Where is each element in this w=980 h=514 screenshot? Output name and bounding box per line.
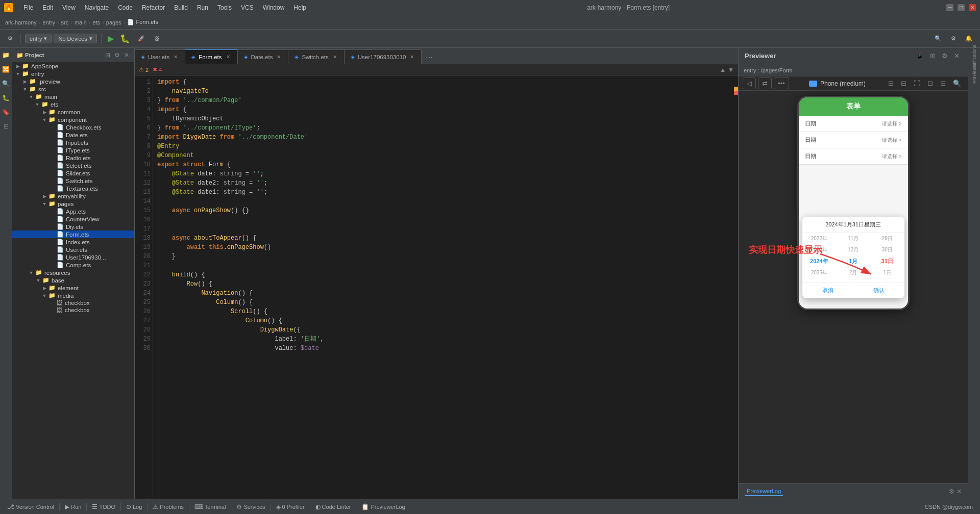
status-previewerlog[interactable]: 📋 PreviewerLog [358,502,408,511]
tree-checkbox2[interactable]: 🖼 checkbox [12,306,134,314]
tree-input-ets[interactable]: 📄 Input.ets [12,139,134,146]
menu-refactor[interactable]: Refactor [138,3,169,12]
error-count[interactable]: ✖ 4 [153,66,162,73]
tree-radio-ets[interactable]: 📄 Radio.ets [12,154,134,162]
previewer-inspect[interactable]: 🔍 [950,79,964,88]
tree-component[interactable]: ▼ 📁 component [12,116,134,123]
minimize-button[interactable]: ─ [946,4,953,11]
activity-bookmarks[interactable]: 🔖 [1,107,11,117]
status-services[interactable]: ⚙ Services [233,502,268,511]
status-profiler[interactable]: ◈ 0 Profiler [273,502,308,511]
tree-checkbox-ets[interactable]: 📄 Checkbox.ets [12,123,134,131]
previewer-settings-icon[interactable]: ⚙ [940,51,950,61]
prevlog-settings-btn[interactable]: ⚙ [949,488,954,495]
status-code-linter[interactable]: ◐ Code Linter [312,502,354,511]
search-button[interactable]: 🔍 [931,34,945,43]
attach-button[interactable]: ⛓ [151,34,163,43]
tab-form-ets[interactable]: ◈ Form.ets ✕ [185,49,237,64]
profile-button[interactable]: 🚀 [134,34,149,43]
bc-src[interactable]: src [61,19,69,25]
activity-git[interactable]: 🔀 [1,64,11,74]
tree-textarea-ets[interactable]: 📄 Textarea.ets [12,185,134,192]
toolbar-notifications-button[interactable]: 🔔 [962,34,976,43]
tab-close-form[interactable]: ✕ [225,54,231,60]
bc-entry[interactable]: entry [42,19,55,25]
activity-debug[interactable]: 🐛 [1,93,11,103]
close-button[interactable]: ✕ [969,4,976,11]
menu-vcs[interactable]: VCS [237,3,258,12]
menu-build[interactable]: Build [170,3,192,12]
tab-date-ets[interactable]: ◈ Date.ets ✕ [238,49,289,64]
tree-pages[interactable]: ▼ 📁 pages [12,200,134,208]
tab-user-ets[interactable]: ◈ User.ets ✕ [135,49,185,64]
tab-close-user17069[interactable]: ✕ [409,54,415,60]
bc-project[interactable]: ark-harmony [5,19,37,25]
code-editor[interactable]: 12345 678910 1112131415 1617181920 21222… [135,75,738,499]
previewer-close-icon[interactable]: ✕ [952,51,962,61]
explorer-settings-icon[interactable]: ⚙ [113,50,121,60]
tree-media[interactable]: ▼ 📁 media [12,292,134,299]
explorer-collapse-icon[interactable]: ⊟ [104,50,111,60]
menu-edit[interactable]: Edit [38,3,57,12]
warn-up-button[interactable]: ▲ [720,66,726,73]
previewer-more-button[interactable]: ••• [774,78,789,89]
previewer-rotate-button[interactable]: ⇄ [758,78,772,89]
tree-entryability[interactable]: ▶ 📁 entryability [12,192,134,200]
tree-common[interactable]: ▶ 📁 common [12,108,134,116]
tree-select-ets[interactable]: 📄 Select.ets [12,162,134,169]
previewer-split-icon[interactable]: ⊞ [928,51,938,61]
entry-selector[interactable]: entry ▾ [25,34,52,43]
tab-user17069[interactable]: ◈ User17069303010 ✕ [345,49,422,64]
warning-count[interactable]: ⚠ 2 [139,66,149,73]
explorer-close-icon[interactable]: ✕ [123,50,130,60]
activity-structure[interactable]: ⊟ [1,121,11,132]
tree-entry[interactable]: ▼ 📁 entry [12,70,134,78]
dp-cancel-button[interactable]: 取消 [802,282,853,298]
previewer-side-icon[interactable]: Previewer [969,68,979,79]
tree-date-ets[interactable]: 📄 Date.ets [12,131,134,139]
previewer-100[interactable]: ⊡ [925,79,936,88]
tree-main[interactable]: ▼ 📁 main [12,93,134,100]
toolbar-settings-icon[interactable]: ⚙ [4,34,16,43]
previewer-zoom-in[interactable]: ⊞ [886,79,896,88]
bc-ets[interactable]: ets [92,19,100,25]
phone-form-row-2[interactable]: 日期 请选择 > [799,132,908,148]
previewer-phone-icon[interactable]: 📱 [914,51,926,61]
previewer-back-button[interactable]: ◁ [743,78,756,89]
maximize-button[interactable]: □ [958,4,965,11]
code-content[interactable]: import { navigateTo } from '../common/Pa… [153,75,732,499]
status-todo[interactable]: ☰ TODO [89,502,118,511]
activity-project[interactable]: 📁 [1,50,11,60]
tree-user-ets[interactable]: 📄 User.ets [12,246,134,253]
bc-main[interactable]: main [75,19,87,25]
tree-preview[interactable]: ▶ 📁 .preview [12,78,134,85]
dp-confirm-button[interactable]: 确认 [853,282,904,298]
activity-search[interactable]: 🔍 [1,79,11,89]
menu-help[interactable]: Help [289,3,310,12]
run-button[interactable]: ▶ [106,33,116,44]
tree-switch-ets[interactable]: 📄 Switch.ets [12,177,134,185]
menu-code[interactable]: Code [114,3,137,12]
notifications-icon[interactable]: Notifications [969,52,979,62]
bc-pages[interactable]: pages [106,19,121,25]
menu-navigate[interactable]: Navigate [81,3,113,12]
tree-base[interactable]: ▼ 📁 base [12,276,134,284]
status-run[interactable]: ▶ Run [62,502,84,511]
phone-form-row-1[interactable]: 日期 请选择 > [799,116,908,132]
warn-down-button[interactable]: ▼ [728,66,734,73]
menu-run[interactable]: Run [193,3,212,12]
tree-appscope[interactable]: ▶ 📁 AppScope [12,62,134,70]
status-log[interactable]: ⊙ Log [123,502,145,511]
tree-app-ets[interactable]: 📄 App.ets [12,208,134,215]
menu-view[interactable]: View [58,3,80,12]
tab-switch-ets[interactable]: ◈ Switch.ets ✕ [288,49,344,64]
prevlog-close-btn[interactable]: ✕ [957,488,962,495]
menu-tools[interactable]: Tools [213,3,236,12]
debug-button[interactable]: 🐛 [118,33,132,44]
tree-itype-ets[interactable]: 📄 IType.ets [12,146,134,154]
previewer-fit[interactable]: ⛶ [911,79,923,88]
status-version-control[interactable]: ⎇ Version Control [4,502,57,511]
tree-src[interactable]: ▼ 📁 src [12,85,134,93]
status-problems[interactable]: ⚠ Problems [150,502,186,511]
tree-counterview[interactable]: 📄 CounterView [12,215,134,223]
